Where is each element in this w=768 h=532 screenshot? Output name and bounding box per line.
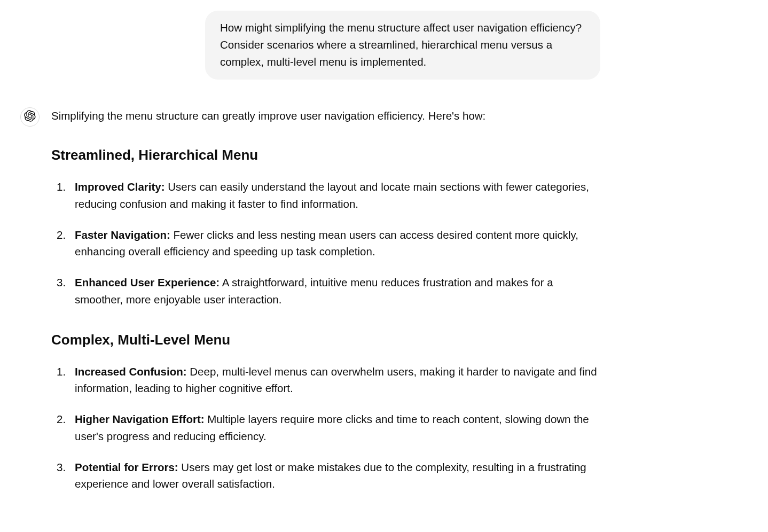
section-heading: Complex, Multi-Level Menu bbox=[51, 332, 600, 348]
numbered-list: Improved Clarity: Users can easily under… bbox=[51, 178, 600, 308]
user-message-text: How might simplifying the menu structure… bbox=[220, 19, 585, 70]
assistant-message-row: Simplifying the menu structure can great… bbox=[18, 105, 600, 516]
list-item: Faster Navigation: Fewer clicks and less… bbox=[51, 226, 600, 261]
list-item-title: Improved Clarity: bbox=[75, 181, 165, 193]
list-item-title: Faster Navigation: bbox=[75, 229, 170, 241]
list-item: Higher Navigation Effort: Multiple layer… bbox=[51, 411, 600, 445]
openai-logo-icon bbox=[24, 110, 36, 124]
list-item: Increased Confusion: Deep, multi-level m… bbox=[51, 363, 600, 397]
list-item-title: Higher Navigation Effort: bbox=[75, 413, 205, 425]
section-heading: Streamlined, Hierarchical Menu bbox=[51, 147, 600, 163]
user-message-bubble[interactable]: How might simplifying the menu structure… bbox=[205, 11, 600, 80]
assistant-intro-text: Simplifying the menu structure can great… bbox=[51, 107, 600, 124]
assistant-message-content: Simplifying the menu structure can great… bbox=[51, 105, 600, 516]
list-item: Enhanced User Experience: A straightforw… bbox=[51, 274, 600, 308]
assistant-avatar[interactable] bbox=[20, 107, 40, 127]
chat-container: How might simplifying the menu structure… bbox=[18, 0, 600, 516]
list-item-title: Potential for Errors: bbox=[75, 461, 178, 473]
list-item-title: Increased Confusion: bbox=[75, 365, 187, 378]
user-message-row: How might simplifying the menu structure… bbox=[18, 11, 600, 80]
list-item: Potential for Errors: Users may get lost… bbox=[51, 459, 600, 493]
list-item: Improved Clarity: Users can easily under… bbox=[51, 178, 600, 213]
list-item-title: Enhanced User Experience: bbox=[75, 276, 220, 288]
numbered-list: Increased Confusion: Deep, multi-level m… bbox=[51, 363, 600, 493]
